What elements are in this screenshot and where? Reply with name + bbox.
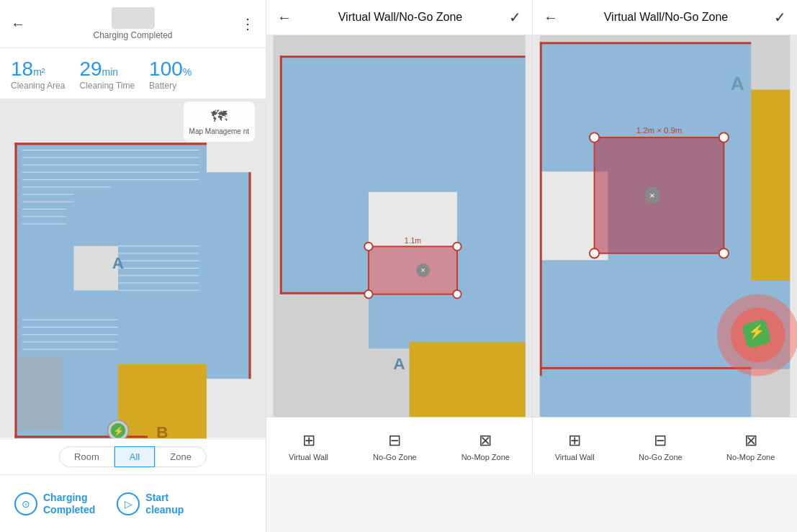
svg-point-45 <box>364 243 372 251</box>
device-thumbnail <box>112 7 155 29</box>
virtual-wall-icon: ⊞ <box>302 431 315 450</box>
right-panel: ← Virtual Wall/No-Go Zone ✓ <box>533 0 797 474</box>
middle-panel-title: Virtual Wall/No-Go Zone <box>338 11 463 24</box>
svg-rect-6 <box>15 436 148 438</box>
start-cleanup-icon: ▷ <box>117 492 140 515</box>
middle-bottom-toolbar: ⊞ Virtual Wall ⊟ No-Go Zone ⊠ No-Mop Zon… <box>266 417 532 474</box>
right-no-mop-btn[interactable]: ⊠ No-Mop Zone <box>726 431 775 461</box>
middle-back-button[interactable]: ← <box>277 9 292 26</box>
right-no-go-label: No-Go Zone <box>639 453 683 461</box>
right-virtual-wall-label: Virtual Wall <box>555 453 595 461</box>
no-go-icon: ⊟ <box>388 431 401 450</box>
svg-rect-41 <box>280 55 526 58</box>
right-map-container: 1.2m × 0.9m × A ⚡ <box>533 35 797 417</box>
svg-point-48 <box>453 290 461 298</box>
filter-tabs: Room All Zone <box>0 438 266 474</box>
no-go-label: No-Go Zone <box>373 453 417 461</box>
svg-rect-4 <box>15 143 207 145</box>
right-no-go-icon: ⊟ <box>654 431 667 450</box>
tab-zone[interactable]: Zone <box>155 446 207 467</box>
svg-rect-44 <box>369 246 457 294</box>
svg-rect-58 <box>540 42 542 376</box>
bottom-row: ⊙ ChargingCompleted ▷ Startcleanup <box>0 474 797 532</box>
start-cleanup-label: Startcleanup <box>145 492 184 516</box>
no-mop-icon: ⊠ <box>479 431 492 450</box>
cleaning-area-label: Cleaning Area <box>11 81 65 91</box>
cleaning-area-value: 18m² <box>11 59 65 79</box>
svg-rect-56 <box>751 90 790 281</box>
svg-rect-33 <box>19 357 63 431</box>
middle-panel: ← Virtual Wall/No-Go Zone ✓ <box>266 0 533 474</box>
right-virtual-wall-icon: ⊞ <box>568 431 581 450</box>
left-back-button[interactable]: ← <box>11 16 25 32</box>
cleaning-time-value: 29min <box>79 59 135 79</box>
right-panel-title: Virtual Wall/No-Go Zone <box>604 11 729 24</box>
svg-text:A: A <box>112 254 124 272</box>
svg-point-62 <box>719 132 729 142</box>
right-no-mop-label: No-Mop Zone <box>726 453 775 461</box>
cleaning-time-stat: 29min Cleaning Time <box>79 59 135 91</box>
right-back-button[interactable]: ← <box>544 9 558 26</box>
middle-no-mop-btn[interactable]: ⊠ No-Mop Zone <box>461 431 510 461</box>
more-menu-button[interactable]: ⋮ <box>240 15 255 32</box>
right-bottom-toolbar: ⊞ Virtual Wall ⊟ No-Go Zone ⊠ No-Mop Zon… <box>533 417 797 474</box>
battery-value: 100% <box>149 59 192 79</box>
stats-row: 18m² Cleaning Area 29min Cleaning Time 1… <box>0 48 266 98</box>
map-management-button[interactable]: 🗺 Map Manageme nt <box>184 102 255 142</box>
middle-panel-header: ← Virtual Wall/No-Go Zone ✓ <box>266 0 532 35</box>
page-wrapper: ← Charging Completed ⋮ 18m² Cleaning Are… <box>0 0 797 532</box>
middle-check-button[interactable]: ✓ <box>509 9 521 26</box>
middle-map-container: 1.1m × A <box>266 35 532 417</box>
left-map-svg: A B ⚡ <box>0 98 266 438</box>
right-no-go-btn[interactable]: ⊟ No-Go Zone <box>639 431 683 461</box>
cleaning-area-stat: 18m² Cleaning Area <box>11 59 65 91</box>
svg-rect-7 <box>248 172 251 379</box>
bottom-bar-left: ⊙ ChargingCompleted ▷ Startcleanup <box>0 474 266 532</box>
svg-text:A: A <box>731 73 744 94</box>
middle-no-go-btn[interactable]: ⊟ No-Go Zone <box>373 431 417 461</box>
svg-text:B: B <box>156 423 168 438</box>
left-map-container: A B ⚡ 🗺 Map Manageme nt <box>0 98 266 438</box>
middle-map-svg: 1.1m × A <box>266 35 532 417</box>
svg-rect-43 <box>280 292 369 294</box>
charging-status-text: Charging Completed <box>93 30 172 40</box>
cleaning-time-label: Cleaning Time <box>79 81 135 91</box>
device-info: Charging Completed <box>25 7 240 40</box>
no-mop-label: No-Mop Zone <box>461 453 510 461</box>
map-management-icon: 🗺 <box>211 107 227 126</box>
charging-completed-icon: ⊙ <box>14 492 37 515</box>
middle-virtual-wall-btn[interactable]: ⊞ Virtual Wall <box>289 431 328 461</box>
charging-completed-label: ChargingCompleted <box>43 492 95 516</box>
svg-point-47 <box>364 290 372 298</box>
map-management-label: Map Manageme nt <box>189 127 249 136</box>
svg-rect-59 <box>540 367 751 369</box>
right-no-mop-icon: ⊠ <box>744 431 757 450</box>
charging-completed-action[interactable]: ⊙ ChargingCompleted <box>14 492 95 516</box>
left-panel: ← Charging Completed ⋮ 18m² Cleaning Are… <box>0 0 266 474</box>
tab-room[interactable]: Room <box>59 446 114 467</box>
start-cleanup-action[interactable]: ▷ Startcleanup <box>117 492 184 516</box>
battery-stat: 100% Battery <box>149 59 192 91</box>
right-map-svg: 1.2m × 0.9m × A ⚡ <box>533 35 797 417</box>
svg-text:A: A <box>393 354 405 373</box>
svg-text:⚡: ⚡ <box>748 323 765 340</box>
svg-rect-5 <box>15 143 17 438</box>
right-panel-header: ← Virtual Wall/No-Go Zone ✓ <box>533 0 797 35</box>
virtual-wall-label: Virtual Wall <box>289 453 328 461</box>
svg-rect-42 <box>280 55 282 294</box>
right-check-button[interactable]: ✓ <box>774 9 786 26</box>
right-virtual-wall-btn[interactable]: ⊞ Virtual Wall <box>555 431 595 461</box>
tab-all[interactable]: All <box>114 446 155 467</box>
svg-point-46 <box>453 243 461 251</box>
panels-row: ← Charging Completed ⋮ 18m² Cleaning Are… <box>0 0 797 474</box>
svg-text:×: × <box>649 190 655 201</box>
svg-rect-40 <box>410 342 526 417</box>
svg-point-64 <box>719 248 729 258</box>
battery-label: Battery <box>149 81 192 91</box>
svg-text:×: × <box>420 266 425 274</box>
svg-text:⚡: ⚡ <box>113 425 125 437</box>
svg-point-63 <box>590 248 599 258</box>
svg-rect-3 <box>74 246 119 291</box>
left-header: ← Charging Completed ⋮ <box>0 0 266 48</box>
svg-rect-57 <box>540 42 751 44</box>
